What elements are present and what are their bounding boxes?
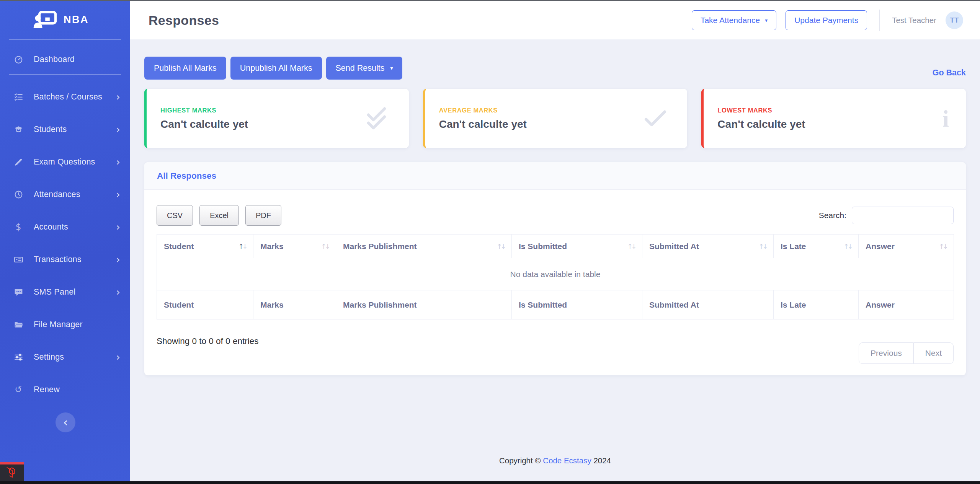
header-divider bbox=[879, 10, 880, 31]
check-icon bbox=[640, 104, 670, 134]
sidebar-item-label: Exam Questions bbox=[34, 157, 116, 167]
lowest-marks-card: LOWEST MARKS Can't calculte yet i bbox=[701, 89, 966, 148]
footer-column-student: Student bbox=[157, 290, 253, 319]
sort-icon: ↑↓ bbox=[844, 243, 852, 250]
sidebar-item-students[interactable]: Students › bbox=[0, 113, 130, 146]
sidebar-item-accounts[interactable]: $ Accounts › bbox=[0, 211, 130, 243]
chevron-right-icon: › bbox=[116, 189, 120, 200]
send-results-label: Send Results bbox=[336, 64, 385, 73]
brand-logo-row[interactable]: NBA bbox=[0, 0, 130, 39]
sidebar-item-attendances[interactable]: Attendances › bbox=[0, 178, 130, 211]
dashboard-gauge-icon bbox=[11, 55, 25, 64]
sort-icon: ↑↓ bbox=[627, 243, 635, 250]
send-results-button[interactable]: Send Results ▾ bbox=[326, 57, 403, 80]
code-ecstasy-link[interactable]: Code Ecstasy bbox=[543, 456, 591, 465]
go-back-link[interactable]: Go Back bbox=[933, 68, 966, 78]
sidebar-divider bbox=[9, 39, 121, 40]
footer-column-submitted-at: Submitted At bbox=[642, 290, 774, 319]
avatar-initials: TT bbox=[950, 16, 959, 24]
stat-info: LOWEST MARKS Can't calculte yet bbox=[717, 107, 805, 130]
export-excel-button[interactable]: Excel bbox=[199, 205, 239, 226]
column-header-is-submitted[interactable]: Is Submitted↑↓ bbox=[512, 235, 642, 258]
table-footer: Showing 0 to 0 of 0 entries Previous Nex… bbox=[157, 336, 954, 364]
column-header-marks-publishment[interactable]: Marks Publishment↑↓ bbox=[336, 235, 512, 258]
copyright-prefix: Copyright © bbox=[499, 456, 543, 465]
footer-column-marks-publishment: Marks Publishment bbox=[336, 290, 512, 319]
window-top-edge bbox=[0, 0, 980, 1]
sidebar-item-label: Students bbox=[34, 125, 116, 134]
sidebar: NBA Dashboard Batches / Courses › Studen… bbox=[0, 0, 130, 484]
update-payments-button[interactable]: Update Payments bbox=[786, 10, 867, 30]
graduation-cap-icon bbox=[11, 125, 25, 134]
highest-marks-card: HIGHEST MARKS Can't calculte yet bbox=[144, 89, 409, 148]
sidebar-item-batches-courses[interactable]: Batches / Courses › bbox=[0, 81, 130, 113]
footer-column-is-submitted: Is Submitted bbox=[512, 290, 642, 319]
user-name: Test Teacher bbox=[892, 16, 936, 25]
sort-icon: ↑↓ bbox=[238, 243, 247, 250]
info-icon: i bbox=[942, 107, 949, 130]
chevron-right-icon: › bbox=[116, 92, 120, 103]
sidebar-item-settings[interactable]: Settings › bbox=[0, 341, 130, 373]
sidebar-item-transactions[interactable]: Transactions › bbox=[0, 243, 130, 276]
sort-icon: ↑↓ bbox=[497, 243, 505, 250]
unpublish-all-marks-button[interactable]: Unpublish All Marks bbox=[230, 57, 322, 80]
money-check-icon bbox=[11, 255, 25, 264]
sidebar-item-label: Settings bbox=[34, 352, 116, 362]
export-csv-button[interactable]: CSV bbox=[157, 205, 193, 226]
stat-info: AVERAGE MARKS Can't calculte yet bbox=[439, 107, 527, 130]
stat-label: HIGHEST MARKS bbox=[160, 107, 248, 114]
marks-action-row: Publish All Marks Unpublish All Marks Se… bbox=[144, 57, 966, 80]
take-attendance-button[interactable]: Take Attendance ▾ bbox=[692, 10, 776, 30]
page-title: Responses bbox=[149, 13, 219, 28]
sidebar-nav: Batches / Courses › Students › Exam Ques… bbox=[0, 75, 130, 406]
column-header-marks[interactable]: Marks↑↓ bbox=[253, 235, 336, 258]
update-payments-label: Update Payments bbox=[794, 16, 858, 25]
sidebar-collapse-button[interactable]: ‹ bbox=[56, 412, 75, 432]
brand-name: NBA bbox=[64, 14, 89, 26]
dollar-icon: $ bbox=[11, 223, 25, 231]
copyright-year: 2024 bbox=[591, 456, 611, 465]
take-attendance-label: Take Attendance bbox=[701, 16, 760, 25]
double-check-icon bbox=[362, 104, 392, 134]
average-marks-card: AVERAGE MARKS Can't calculte yet bbox=[423, 89, 688, 148]
column-header-answer[interactable]: Answer↑↓ bbox=[859, 235, 954, 258]
sms-bubble-icon bbox=[11, 287, 25, 297]
stat-value: Can't calculte yet bbox=[717, 118, 805, 130]
responses-table: Student↑↓ Marks↑↓ Marks Publishment↑↓ Is… bbox=[157, 234, 954, 319]
avatar[interactable]: TT bbox=[946, 11, 963, 29]
sidebar-item-label: SMS Panel bbox=[34, 287, 116, 297]
column-header-is-late[interactable]: Is Late↑↓ bbox=[774, 235, 859, 258]
caret-down-icon: ▾ bbox=[390, 65, 393, 71]
stat-info: HIGHEST MARKS Can't calculte yet bbox=[160, 107, 248, 130]
all-responses-card-body: CSV Excel PDF Search: Student↑↓ Marks↑↓ … bbox=[144, 190, 966, 375]
search-wrap: Search: bbox=[819, 207, 954, 224]
column-header-student[interactable]: Student↑↓ bbox=[157, 235, 253, 258]
sidebar-item-label: Transactions bbox=[34, 255, 116, 264]
caret-down-icon: ▾ bbox=[765, 18, 768, 23]
stat-cards-row: HIGHEST MARKS Can't calculte yet AVERAGE… bbox=[144, 89, 966, 148]
chevron-right-icon: › bbox=[116, 222, 120, 233]
laravel-logo-icon bbox=[6, 466, 18, 479]
debugbar-toggle[interactable] bbox=[0, 462, 24, 481]
search-input[interactable] bbox=[852, 207, 954, 224]
sidebar-item-sms-panel[interactable]: SMS Panel › bbox=[0, 276, 130, 308]
clock-icon bbox=[11, 190, 25, 199]
topbar-actions: Take Attendance ▾ Update Payments Test T… bbox=[692, 10, 963, 31]
column-header-submitted-at[interactable]: Submitted At↑↓ bbox=[642, 235, 774, 258]
copyright-footer: Copyright © Code Ecstasy 2024 bbox=[130, 456, 980, 465]
sidebar-item-renew[interactable]: ↺ Renew bbox=[0, 373, 130, 406]
sidebar-item-file-manager[interactable]: File Manager bbox=[0, 308, 130, 341]
chevron-right-icon: › bbox=[116, 287, 120, 298]
entries-summary: Showing 0 to 0 of 0 entries bbox=[157, 336, 258, 346]
previous-page-button[interactable]: Previous bbox=[859, 342, 914, 364]
unpublish-all-label: Unpublish All Marks bbox=[240, 64, 312, 73]
export-pdf-button[interactable]: PDF bbox=[245, 205, 281, 226]
sidebar-item-exam-questions[interactable]: Exam Questions › bbox=[0, 146, 130, 178]
search-label: Search: bbox=[819, 211, 846, 220]
publish-all-marks-button[interactable]: Publish All Marks bbox=[144, 57, 226, 80]
debugbar-strip[interactable] bbox=[0, 481, 980, 484]
sidebar-item-dashboard[interactable]: Dashboard bbox=[0, 44, 130, 74]
table-footer-row: Student Marks Marks Publishment Is Submi… bbox=[157, 290, 954, 319]
next-page-button[interactable]: Next bbox=[914, 342, 954, 364]
stat-value: Can't calculte yet bbox=[439, 118, 527, 130]
